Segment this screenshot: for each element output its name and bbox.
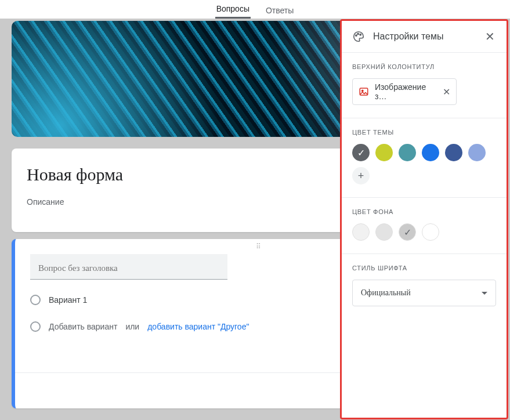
theme-color-swatch[interactable] [399,144,416,161]
header-image-chip[interactable]: Изображение з… ✕ [352,78,457,105]
form-canvas: Новая форма Описание ⠿ Один из спи Вариа… [0,19,510,420]
font-style-label: СТИЛЬ ШРИФТА [352,265,496,271]
svg-point-8 [357,33,359,34]
theme-panel: Настройки темы ✕ ВЕРХНИЙ КОЛОНТИТУЛ Изоб… [340,19,508,419]
add-color-button[interactable]: + [352,167,370,184]
page-tabs: Вопросы Ответы [0,0,510,19]
bg-color-swatch[interactable] [375,223,393,241]
svg-point-9 [360,34,361,35]
theme-color-swatches: ✓+ [352,144,496,184]
theme-color-swatch[interactable] [445,144,462,161]
add-other-link[interactable]: добавить вариант "Другое" [147,322,249,331]
add-option-link[interactable]: Добавить вариант [49,322,117,331]
palette-icon [352,30,365,43]
theme-color-swatch[interactable] [422,144,439,161]
remove-image-icon[interactable]: ✕ [443,86,450,97]
bg-color-label: ЦВЕТ ФОНА [352,208,496,215]
theme-color-swatch[interactable] [375,144,393,161]
theme-panel-title: Настройки темы [373,31,475,42]
bg-color-swatch[interactable] [352,223,370,241]
image-icon [359,86,369,97]
chevron-down-icon [482,292,487,295]
bg-color-swatch[interactable] [422,223,439,241]
bg-color-swatch[interactable]: ✓ [399,223,416,241]
radio-icon [30,321,41,332]
or-text: или [125,322,139,331]
theme-color-label: ЦВЕТ ТЕМЫ [352,129,496,136]
question-title-input[interactable] [30,254,227,280]
header-image-name: Изображение з… [375,82,437,101]
header-section-label: ВЕРХНИЙ КОЛОНТИТУЛ [352,63,496,70]
close-icon[interactable]: ✕ [483,30,496,43]
svg-point-7 [356,35,357,36]
option-label[interactable]: Вариант 1 [49,295,87,305]
tab-questions[interactable]: Вопросы [215,1,251,19]
svg-point-11 [362,90,363,91]
radio-icon [30,295,41,305]
font-style-value: Официальный [361,288,411,298]
bg-color-swatches: ✓ [352,223,496,241]
theme-color-swatch[interactable]: ✓ [352,144,370,161]
font-style-select[interactable]: Официальный [352,280,496,306]
tab-answers[interactable]: Ответы [265,2,295,19]
theme-color-swatch[interactable] [468,144,486,161]
